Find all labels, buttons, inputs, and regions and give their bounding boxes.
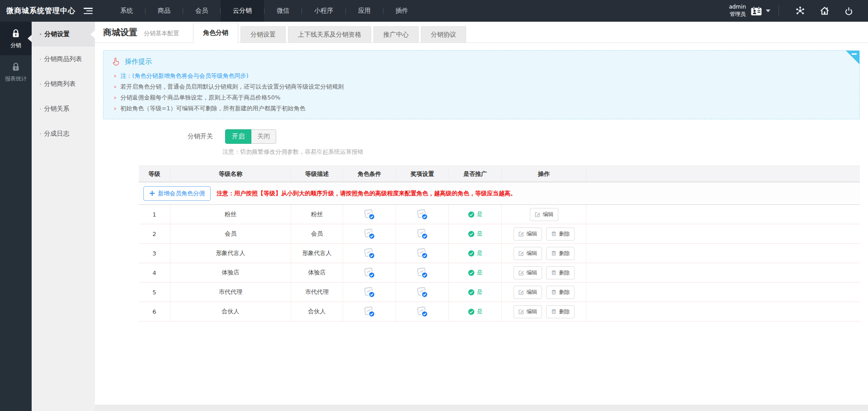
- tab-promotion-center[interactable]: 推广中心: [373, 26, 419, 43]
- edit-icon: [518, 269, 524, 276]
- nav-item-distribution[interactable]: 云分销: [221, 0, 264, 22]
- tab-distribution-agreement[interactable]: 分销协议: [421, 26, 466, 43]
- caret-down-icon: [766, 9, 770, 12]
- role-condition-icon[interactable]: [363, 228, 375, 240]
- reward-setting-icon[interactable]: [416, 208, 428, 220]
- nav-item-wechat[interactable]: 微信: [264, 0, 302, 22]
- cell-level: 4: [139, 263, 170, 282]
- cell-name: 市代代理: [170, 283, 291, 302]
- switch-on-button[interactable]: 开启: [225, 129, 251, 144]
- cell-promote: 是: [449, 224, 502, 243]
- network-button[interactable]: [788, 0, 812, 22]
- edit-button[interactable]: 编辑: [514, 247, 542, 260]
- edit-icon: [518, 289, 524, 295]
- reward-setting-icon[interactable]: [416, 306, 428, 317]
- tab-role-distribution[interactable]: 角色分销: [193, 23, 238, 43]
- sidebar-item-distributor-list[interactable]: 分销商列表: [32, 71, 95, 96]
- cell-actions: 编辑 删除: [502, 263, 586, 282]
- cell-actions: 编辑 删除: [502, 283, 586, 302]
- cell-name: 会员: [170, 224, 291, 243]
- col-header-promote: 是否推广: [449, 166, 502, 182]
- role-condition-icon[interactable]: [363, 208, 375, 220]
- col-header-level: 等级: [139, 166, 170, 182]
- sidebar-item-distribution-relations[interactable]: 分销关系: [32, 96, 95, 121]
- reward-setting-icon[interactable]: [416, 286, 428, 298]
- page-title: 商城设置: [103, 27, 137, 43]
- cell-blank: [586, 263, 860, 282]
- nav-item-goods[interactable]: 商品: [146, 0, 183, 22]
- edit-button[interactable]: 编辑: [514, 266, 542, 279]
- tab-distribution-settings[interactable]: 分销设置: [241, 26, 286, 43]
- cell-promote: 是: [449, 302, 502, 321]
- add-role-button[interactable]: 新增会员角色分佣: [143, 186, 211, 201]
- nav-item-miniprogram[interactable]: 小程序: [302, 0, 345, 22]
- page-footer-strip: [95, 405, 868, 411]
- rail-item-label: 报表统计: [0, 75, 32, 83]
- table-toolbar: 新增会员角色分佣 注意：用户按照【等级】从小到大的顺序升级，请按照角色的高级程度…: [139, 182, 860, 205]
- role-table: 等级 等级名称 等级描述 角色条件 奖项设置 是否推广 操作 新增会员角色分佣 …: [139, 165, 860, 321]
- cell-desc: 合伙人: [291, 302, 343, 321]
- menu-toggle-icon[interactable]: [84, 8, 93, 14]
- edit-button[interactable]: 编辑: [514, 305, 542, 318]
- rail-item-reports[interactable]: 报表统计: [0, 55, 32, 89]
- network-icon: [795, 5, 806, 16]
- tip-line: 若开启角色分销，普通会员启用默认分销规则，还可以去设置分销商等级设定分销规则: [111, 83, 852, 90]
- trash-icon: [551, 308, 557, 315]
- cell-promote: 是: [449, 283, 502, 302]
- role-condition-icon[interactable]: [363, 286, 375, 298]
- topbar: 微商城系统管理中心 系统 商品 会员 云分销 微信 小程序 应用 插件 admi…: [0, 0, 868, 22]
- role-condition-icon[interactable]: [363, 247, 375, 259]
- user-menu[interactable]: [750, 5, 770, 17]
- cell-blank: [586, 283, 860, 302]
- cell-actions: 编辑 删除: [502, 224, 586, 243]
- edit-button[interactable]: 编辑: [514, 227, 542, 241]
- delete-button[interactable]: 删除: [546, 266, 575, 279]
- logout-button[interactable]: [837, 0, 861, 22]
- sidebar-item-commission-log[interactable]: 分成日志: [32, 121, 95, 146]
- cell-actions: 编辑 删除: [502, 244, 586, 263]
- cell-desc: 粉丝: [291, 205, 343, 224]
- cell-desc: 市代代理: [291, 283, 343, 302]
- reward-setting-icon[interactable]: [416, 247, 428, 259]
- sidebar-item-distribution-goods[interactable]: 分销商品列表: [32, 47, 95, 71]
- user-info: admin 管理员: [729, 4, 746, 18]
- edit-button[interactable]: 编辑: [530, 208, 558, 221]
- cell-name: 粉丝: [170, 205, 291, 224]
- reward-setting-icon[interactable]: [416, 228, 428, 240]
- distribution-switch-row: 分销开关 开启关闭: [103, 129, 860, 144]
- nav-item-system[interactable]: 系统: [108, 0, 145, 22]
- delete-button[interactable]: 删除: [546, 247, 575, 260]
- cell-blank: [586, 302, 860, 321]
- role-condition-icon[interactable]: [363, 267, 375, 279]
- tip-line: 注：(角色分销新增角色将会与会员等级角色同步): [111, 72, 852, 80]
- role-condition-icon[interactable]: [363, 306, 375, 317]
- collapse-corner-button[interactable]: [846, 51, 859, 64]
- nav-item-member[interactable]: 会员: [183, 0, 220, 22]
- nav-item-plugins[interactable]: 插件: [383, 0, 420, 22]
- col-header-reward: 奖项设置: [396, 166, 449, 182]
- col-header-desc: 等级描述: [291, 166, 343, 182]
- edit-button[interactable]: 编辑: [514, 286, 542, 299]
- operation-tips-panel: 操作提示 注：(角色分销新增角色将会与会员等级角色同步) 若开启角色分销，普通会…: [103, 50, 860, 119]
- nav-item-apps[interactable]: 应用: [346, 0, 383, 22]
- topbar-divider: [778, 5, 779, 17]
- rail-item-distribution[interactable]: 分销: [0, 22, 32, 55]
- sidebar-item-distribution-settings[interactable]: 分销设置: [32, 22, 95, 47]
- plus-icon: [149, 190, 155, 196]
- switch-off-button[interactable]: 关闭: [251, 129, 276, 144]
- table-notice: 注意：用户按照【等级】从小到大的顺序升级，请按照角色的高级程度来配置角色，越高级…: [217, 189, 516, 198]
- main-content: 商城设置 分销基本配置 角色分销 分销设置 上下线关系及分销资格 推广中心 分销…: [95, 22, 868, 411]
- check-circle-icon: [468, 231, 475, 237]
- reward-setting-icon[interactable]: [416, 267, 428, 279]
- delete-button[interactable]: 删除: [546, 227, 575, 241]
- trash-icon: [551, 269, 557, 276]
- delete-button[interactable]: 删除: [546, 286, 575, 299]
- cell-name: 体验店: [170, 263, 291, 282]
- delete-button[interactable]: 删除: [546, 305, 575, 318]
- col-header-name: 等级名称: [170, 166, 291, 182]
- tab-updownline-qualification[interactable]: 上下线关系及分销资格: [288, 26, 371, 43]
- check-circle-icon: [468, 308, 475, 315]
- home-button[interactable]: [812, 0, 837, 22]
- hand-pointer-icon: [111, 57, 121, 66]
- page-subtitle: 分销基本配置: [144, 29, 179, 43]
